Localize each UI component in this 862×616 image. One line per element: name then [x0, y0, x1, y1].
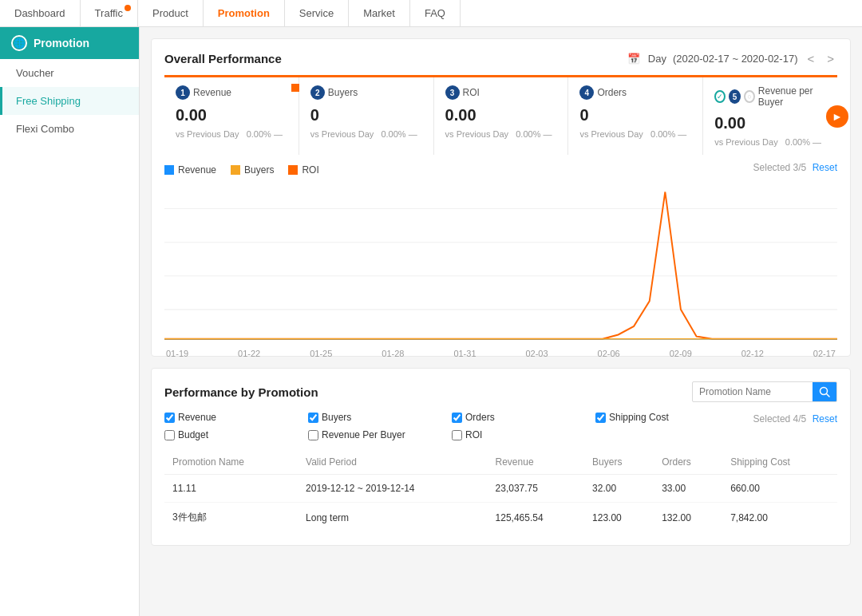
checkbox-roi-input[interactable]: [452, 430, 462, 440]
date-next-button[interactable]: >: [824, 52, 837, 65]
legend-buyers[interactable]: Buyers: [231, 164, 274, 176]
search-box: [692, 381, 837, 402]
th-orders: Orders: [654, 450, 722, 475]
checkbox-rpb-input[interactable]: [308, 430, 318, 440]
nav-faq[interactable]: FAQ: [410, 0, 461, 26]
overall-performance-card: Overall Performance 📅 Day (2020-02-17 ~ …: [151, 38, 851, 357]
row1-name: 11.11: [164, 475, 298, 503]
x-label-0217: 02-17: [813, 349, 836, 358]
table-header-row: Promotion Name Valid Period Revenue Buye…: [164, 450, 837, 475]
legend-revenue-box: [164, 165, 174, 175]
th-shipping-cost: Shipping Cost: [722, 450, 837, 475]
row2-period: Long term: [298, 503, 487, 533]
legend-buyers-box: [231, 165, 240, 175]
roi-badge: 3: [445, 85, 460, 100]
checkbox-buyers[interactable]: Buyers: [308, 412, 452, 423]
metric-roi: 3 ROI 0.00 vs Previous Day 0.00% —: [434, 77, 569, 155]
metrics-row: 1 Revenue 0.00 vs Previous Day 0.00% — 2…: [164, 75, 837, 155]
buyers-label: Buyers: [328, 87, 358, 98]
overall-performance-header: Overall Performance 📅 Day (2020-02-17 ~ …: [164, 52, 837, 65]
buyers-compare: vs Previous Day 0.00% —: [310, 129, 422, 139]
row2-shipping: 7,842.00: [722, 503, 837, 533]
th-promotion-name: Promotion Name: [164, 450, 298, 475]
sidebar: 🌐 Promotion Voucher Free Shipping Flexi …: [0, 27, 140, 616]
th-valid-period: Valid Period: [298, 450, 487, 475]
legend-roi-box: [288, 165, 298, 175]
metric-revenue: 1 Revenue 0.00 vs Previous Day 0.00% —: [164, 77, 299, 155]
roi-value: 0.00: [445, 106, 557, 124]
checkbox-budget-input[interactable]: [164, 430, 175, 440]
checkbox-budget[interactable]: Budget: [164, 429, 308, 440]
row1-orders: 33.00: [654, 475, 722, 503]
date-prev-button[interactable]: <: [804, 52, 817, 65]
sidebar-header: 🌐 Promotion: [0, 27, 139, 59]
metric-buyers: 2 Buyers 0 vs Previous Day 0.00% —: [299, 77, 434, 155]
table-row: 11.11 2019-12-12 ~ 2019-12-14 23,037.75 …: [164, 475, 837, 503]
nav-traffic[interactable]: Traffic: [81, 0, 138, 26]
rpb-compare: vs Previous Day 0.00% —: [714, 137, 826, 147]
perf-header: Performance by Promotion: [164, 381, 837, 402]
date-range: (2020-02-17 ~ 2020-02-17): [673, 53, 797, 65]
overall-performance-title: Overall Performance: [164, 52, 282, 65]
x-label-0119: 01-19: [166, 349, 188, 358]
revenue-compare: vs Previous Day 0.00% —: [176, 129, 287, 139]
checkbox-shippingcost-input[interactable]: [595, 413, 606, 423]
rpb-badge: 5: [729, 89, 741, 104]
orders-label: Orders: [597, 87, 627, 98]
orders-badge: 4: [579, 85, 594, 100]
nav-product[interactable]: Product: [138, 0, 204, 26]
perf-selected-count: Selected 4/5: [753, 413, 807, 424]
date-controls: 📅 Day (2020-02-17 ~ 2020-02-17) < >: [627, 52, 837, 65]
sidebar-item-freeshipping[interactable]: Free Shipping: [0, 87, 139, 115]
buyers-orange-dot: [291, 84, 299, 92]
roi-label: ROI: [463, 87, 480, 98]
chart-x-axis: 01-19 01-22 01-25 01-28 01-31 02-03 02-0…: [164, 349, 837, 358]
legend-selected-info: Selected 3/5 Reset: [753, 162, 837, 173]
x-label-0206: 02-06: [598, 349, 620, 358]
sidebar-item-flexicombo[interactable]: Flexi Combo: [0, 115, 139, 143]
row1-shipping: 660.00: [722, 475, 837, 503]
checkbox-revenueperbuyer[interactable]: Revenue Per Buyer: [308, 429, 452, 440]
x-label-0128: 01-28: [382, 349, 404, 358]
checkbox-orders[interactable]: Orders: [452, 412, 595, 423]
nav-promotion[interactable]: Promotion: [204, 0, 285, 26]
metric-arrow-button[interactable]: ►: [826, 105, 848, 128]
legend-revenue[interactable]: Revenue: [164, 164, 216, 176]
calendar-icon: 📅: [627, 53, 640, 65]
checkbox-orders-input[interactable]: [452, 413, 462, 423]
checkbox-revenue[interactable]: Revenue: [164, 412, 308, 423]
table-body: 11.11 2019-12-12 ~ 2019-12-14 23,037.75 …: [164, 475, 837, 533]
legend-roi[interactable]: ROI: [288, 164, 318, 176]
legend-revenue-label: Revenue: [178, 164, 216, 176]
checkbox-revenue-input[interactable]: [164, 413, 175, 423]
legend-reset-button[interactable]: Reset: [813, 162, 837, 173]
search-button[interactable]: [813, 382, 836, 401]
checkbox-buyers-input[interactable]: [308, 413, 318, 423]
promotion-search-input[interactable]: [693, 383, 813, 401]
sidebar-item-voucher[interactable]: Voucher: [0, 59, 139, 87]
legend-roi-label: ROI: [302, 164, 318, 176]
revenue-label: Revenue: [193, 87, 231, 98]
row2-buyers: 123.00: [584, 503, 654, 533]
checkbox-shippingcost[interactable]: Shipping Cost: [595, 412, 739, 423]
checkbox-section: Revenue Buyers Orders Shipping Cost Budg…: [164, 412, 837, 450]
perf-selected-info: Selected 4/5 Reset: [753, 412, 837, 424]
nav-service[interactable]: Service: [285, 0, 349, 26]
checkbox-roi[interactable]: ROI: [452, 429, 595, 440]
th-revenue: Revenue: [488, 450, 585, 475]
row2-revenue: 125,465.54: [488, 503, 585, 533]
promotion-table: Promotion Name Valid Period Revenue Buye…: [164, 450, 837, 532]
rpb-label: Revenue per Buyer: [758, 85, 826, 108]
buyers-badge: 2: [310, 85, 325, 100]
globe-icon: 🌐: [11, 35, 27, 51]
nav-market[interactable]: Market: [349, 0, 410, 26]
revenue-value: 0.00: [176, 106, 287, 124]
nav-dashboard[interactable]: Dashboard: [0, 0, 81, 26]
metric-revenue-per-buyer: ✓ 5 ○ Revenue per Buyer 0.00 vs Previous…: [703, 77, 837, 155]
x-label-0131: 01-31: [453, 349, 476, 358]
row1-buyers: 32.00: [584, 475, 654, 503]
perf-reset-button[interactable]: Reset: [813, 413, 837, 424]
performance-by-promotion-card: Performance by Promotion Revenue: [151, 368, 851, 546]
x-label-0122: 01-22: [238, 349, 260, 358]
orders-value: 0: [579, 106, 691, 124]
